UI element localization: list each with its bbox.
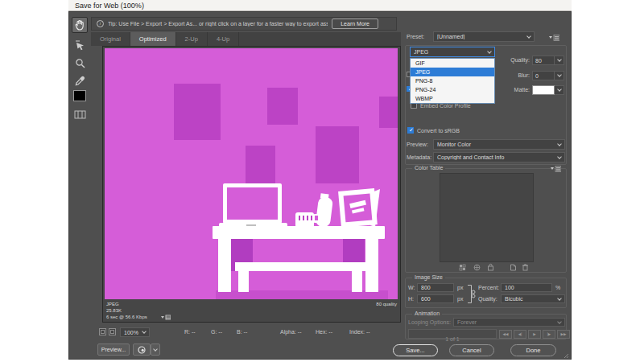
- color-table-swatches[interactable]: [440, 173, 534, 262]
- preview-in-browser-button[interactable]: Preview...: [97, 343, 130, 356]
- play-button: ▶: [528, 330, 541, 339]
- optimized-file-size: 25.83K: [106, 307, 122, 314]
- matte-swatch: [532, 85, 555, 95]
- browser-list-dropdown[interactable]: [151, 343, 160, 356]
- preset-select[interactable]: [Unnamed]: [433, 31, 535, 42]
- animation-title: Animation: [412, 311, 442, 316]
- hand-icon: [74, 19, 85, 31]
- preview-color-value: Monitor Color: [437, 142, 558, 147]
- optimize-menu-icon[interactable]: [549, 35, 559, 41]
- download-speed-menu-icon[interactable]: [161, 315, 171, 320]
- tab-4up[interactable]: 4-Up: [208, 32, 239, 46]
- resample-quality-value: Bicubic: [505, 296, 558, 302]
- percent-unit: %: [555, 285, 560, 290]
- convert-srgb-checkbox[interactable]: [407, 127, 414, 134]
- info-icon: [97, 20, 104, 27]
- format-option-png8[interactable]: PNG-8: [411, 76, 494, 85]
- convert-srgb-label: Convert to sRGB: [417, 128, 460, 134]
- new-color-icon[interactable]: [510, 264, 517, 271]
- chevron-down-icon: [557, 142, 562, 146]
- eyedropper-tool-button[interactable]: [72, 72, 88, 88]
- metadata-select[interactable]: Copyright and Contact Info: [433, 152, 565, 162]
- chevron-down-icon: [526, 34, 531, 39]
- file-format-value: JPEG: [414, 49, 488, 55]
- metadata-row-label: Metadata:: [407, 154, 431, 160]
- status-field-r: R: --: [184, 329, 196, 335]
- file-format-select[interactable]: JPEG: [410, 47, 495, 57]
- height-field[interactable]: 600: [417, 294, 454, 303]
- cancel-button[interactable]: Cancel: [449, 344, 494, 356]
- link-dimensions-icon: [467, 284, 476, 304]
- image-size-title: Image Size: [412, 274, 445, 280]
- save-button[interactable]: Save...: [393, 344, 438, 356]
- eyedropper-icon: [75, 76, 85, 86]
- tab-2up[interactable]: 2-Up: [176, 32, 208, 46]
- format-option-png24[interactable]: PNG-24: [411, 85, 494, 94]
- toggle-slices-button[interactable]: [72, 106, 88, 122]
- image-size-group: [405, 278, 567, 308]
- quality-dropdown[interactable]: [555, 56, 564, 65]
- eyedropper-color-swatch[interactable]: [73, 90, 86, 101]
- resample-quality-select[interactable]: Bicubic: [501, 294, 565, 303]
- matte-dropdown[interactable]: [555, 85, 564, 95]
- preview-color-select[interactable]: Monitor Color: [433, 139, 565, 150]
- blur-dropdown[interactable]: [555, 71, 564, 80]
- tab-original[interactable]: Original: [91, 32, 130, 46]
- status-field-b: B: --: [237, 329, 247, 335]
- percent-label: Percent:: [478, 285, 499, 290]
- dialog-body: Tip: Use File > Export > Export As... or…: [68, 11, 572, 360]
- width-field[interactable]: 800: [417, 283, 454, 292]
- next-frame-button: |▶: [543, 330, 555, 339]
- lock-color-icon[interactable]: [487, 263, 494, 271]
- preview-row-label: Preview:: [407, 142, 428, 147]
- chevron-down-icon: [557, 87, 562, 92]
- last-frame-button: ▶▶: [557, 330, 570, 339]
- tab-optimized[interactable]: Optimized: [130, 32, 176, 46]
- slice-select-tool-button[interactable]: [72, 37, 88, 53]
- blur-stepper[interactable]: 0: [532, 71, 564, 80]
- preview-toggle-1[interactable]: [99, 328, 106, 335]
- preset-label: Preset:: [407, 34, 424, 39]
- format-option-jpeg[interactable]: JPEG: [411, 68, 494, 76]
- looping-options-select: Forever: [453, 318, 565, 327]
- width-value: 800: [421, 285, 450, 290]
- tip-bar: Tip: Use File > Export > Export As... or…: [91, 17, 397, 31]
- resample-quality-label: Quality:: [478, 296, 497, 302]
- percent-field[interactable]: 100: [501, 283, 552, 292]
- browser-select-button[interactable]: [133, 343, 151, 356]
- zoom-level-value: 100%: [124, 330, 142, 335]
- browser-icon: [138, 346, 146, 354]
- optimized-preview-pane[interactable]: JPEG 25.83K 6 sec @ 56.6 Kbps 80 quality: [102, 46, 401, 323]
- matte-picker[interactable]: [532, 85, 564, 95]
- quality-label: Quality:: [502, 57, 530, 63]
- preview-image: [105, 48, 398, 299]
- hand-tool-button[interactable]: [72, 17, 88, 33]
- color-table-title: Color Table: [412, 165, 445, 171]
- map-transparency-icon[interactable]: [459, 264, 466, 271]
- zoom-level-select[interactable]: 100%: [120, 327, 150, 337]
- learn-more-button[interactable]: Learn More: [332, 19, 378, 29]
- resize-grip[interactable]: [564, 353, 569, 359]
- tip-text: Tip: Use File > Export > Export As... or…: [108, 21, 328, 27]
- matte-label: Matte:: [502, 87, 530, 93]
- view-tabs: Original Optimized 2-Up 4-Up: [91, 32, 401, 46]
- quality-stepper[interactable]: 80: [532, 56, 564, 65]
- status-field-hex: Hex: --: [316, 329, 332, 335]
- preview-toggle-2[interactable]: [109, 328, 116, 335]
- status-field-alpha: Alpha: --: [280, 329, 301, 335]
- convert-srgb-row[interactable]: Convert to sRGB: [407, 127, 460, 134]
- blur-value: 0: [532, 71, 555, 80]
- color-table-menu-icon[interactable]: [551, 166, 561, 172]
- metadata-value: Copyright and Contact Info: [437, 154, 558, 160]
- web-shift-icon[interactable]: [473, 264, 481, 271]
- done-button[interactable]: Done: [510, 344, 556, 356]
- animation-transport: ◀◀ ◀| ▶ |▶ ▶▶: [499, 330, 570, 339]
- format-option-gif[interactable]: GIF: [411, 59, 494, 68]
- first-frame-button: ◀◀: [499, 330, 512, 339]
- chevron-down-icon: [557, 319, 562, 324]
- format-option-wbmp[interactable]: WBMP: [411, 94, 494, 103]
- width-label: W:: [408, 285, 415, 290]
- width-unit: px: [457, 285, 463, 290]
- zoom-tool-button[interactable]: [72, 55, 88, 71]
- delete-color-icon[interactable]: [522, 263, 529, 271]
